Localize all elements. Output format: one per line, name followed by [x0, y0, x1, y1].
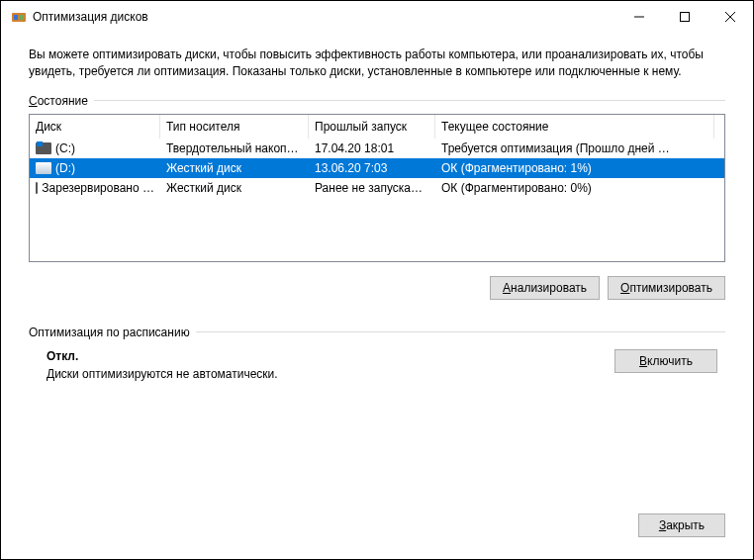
listview-header: Диск Тип носителя Прошлый запуск Текущее…: [30, 115, 724, 139]
drive-media: Жесткий диск: [160, 161, 309, 175]
column-media[interactable]: Тип носителя: [160, 115, 309, 139]
drives-listview[interactable]: Диск Тип носителя Прошлый запуск Текущее…: [29, 114, 725, 262]
close-dialog-button[interactable]: Закрыть: [638, 513, 725, 537]
column-status[interactable]: Текущее состояние: [435, 115, 714, 139]
content: Вы можете оптимизировать диски, чтобы по…: [1, 33, 753, 381]
drive-status: ОК (Фрагментировано: 1%): [435, 161, 714, 175]
list-item[interactable]: Зарезервировано … Жесткий диск Ранее не …: [30, 178, 724, 198]
minimize-button[interactable]: [616, 1, 662, 33]
action-buttons: Анализировать Оптимизировать: [29, 276, 725, 300]
list-item[interactable]: (C:) Твердотельный накоп… 17.04.20 18:01…: [30, 139, 724, 158]
schedule-status: Откл.: [47, 349, 614, 363]
optimize-button[interactable]: Оптимизировать: [608, 276, 725, 300]
footer-buttons: Закрыть: [638, 513, 725, 537]
description-text: Вы можете оптимизировать диски, чтобы по…: [29, 47, 725, 80]
drive-media: Жесткий диск: [160, 181, 309, 195]
drive-name: (C:): [55, 141, 75, 155]
list-item[interactable]: (D:) Жесткий диск 13.06.20 7:03 ОК (Фраг…: [30, 158, 724, 178]
drive-status: ОК (Фрагментировано: 0%): [435, 181, 714, 195]
svg-rect-2: [19, 15, 23, 20]
drive-name: (D:): [55, 161, 75, 175]
drive-last: 13.06.20 7:03: [309, 161, 435, 175]
maximize-button[interactable]: [662, 1, 707, 33]
schedule-section: Оптимизация по расписанию Откл. Диски оп…: [29, 326, 725, 381]
schedule-detail: Диски оптимизируются не автоматически.: [47, 367, 614, 381]
state-section-label: Состояние: [29, 94, 725, 108]
drive-last: 17.04.20 18:01: [309, 141, 435, 155]
analyze-button[interactable]: Анализировать: [490, 276, 600, 300]
schedule-heading: Оптимизация по расписанию: [29, 326, 725, 339]
drive-icon: [36, 142, 51, 154]
drive-icon: [36, 162, 51, 174]
window-title: Оптимизация дисков: [33, 10, 148, 24]
window-controls: [616, 1, 753, 33]
drive-media: Твердотельный накоп…: [160, 141, 309, 155]
enable-button[interactable]: Включить: [614, 349, 717, 373]
drive-name: Зарезервировано …: [42, 181, 154, 195]
column-disk[interactable]: Диск: [30, 115, 160, 139]
drive-status: Требуется оптимизация (Прошло дней …: [435, 141, 714, 155]
titlebar: Оптимизация дисков: [1, 1, 753, 33]
drive-icon: [36, 182, 38, 194]
svg-rect-1: [14, 15, 18, 20]
drive-last: Ранее не запуска…: [309, 181, 435, 195]
close-button[interactable]: [707, 1, 753, 33]
column-last-run[interactable]: Прошлый запуск: [309, 115, 435, 139]
app-icon: [11, 9, 27, 25]
svg-rect-4: [681, 13, 690, 22]
